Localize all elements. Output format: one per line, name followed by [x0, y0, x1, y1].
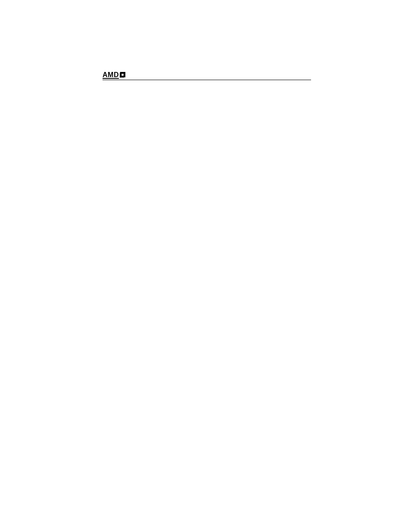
amd-arrow-icon [120, 72, 126, 78]
amd-logo-text: AMD [103, 71, 119, 79]
svg-rect-0 [121, 74, 124, 76]
page-header: AMD [103, 71, 311, 80]
document-page: AMD [0, 0, 411, 532]
amd-logo: AMD [103, 71, 126, 79]
